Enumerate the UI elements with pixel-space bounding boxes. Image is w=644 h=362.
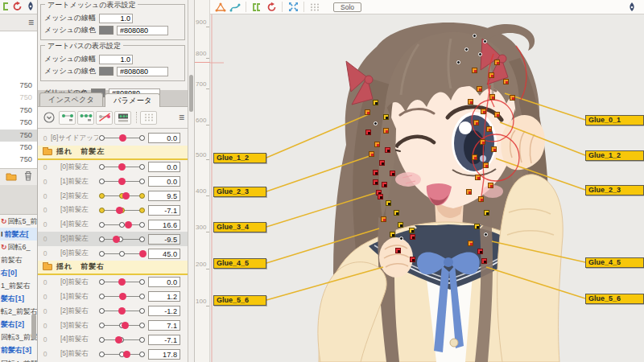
slider-knob[interactable] [118,163,126,171]
slider-keypoint[interactable] [99,323,105,328]
slider-keypoint[interactable] [139,222,145,228]
glue-point-orange[interactable] [466,189,472,195]
deformer-value-row[interactable]: 750 [0,154,37,166]
parameter-value[interactable]: 9.5 [148,191,180,201]
tree-item[interactable]: 1_前髪右 [0,279,37,292]
parameter-row[interactable]: 0[1]前髪左0.0 [38,175,188,189]
glue-point-orange[interactable] [468,99,473,105]
glue-point-yellow[interactable] [373,100,378,105]
glue-label[interactable]: Glue_2_3 [585,185,644,195]
slider-keypoint[interactable] [139,208,145,213]
slider-knob[interactable] [122,192,130,200]
tree-item[interactable]: 回転4_前髪 [0,357,37,362]
tab-inspector[interactable]: インスペクタ [39,93,103,106]
slider-keypoint[interactable] [99,135,105,141]
deformer-value-row[interactable]: 750 [0,130,37,142]
glue-pen-tool-icon[interactable] [26,0,35,14]
parameter-slider[interactable] [98,233,145,245]
bracket-deformer-icon[interactable] [250,1,264,13]
deformer-value-row[interactable]: 750 [0,80,37,92]
slider-keypoint[interactable] [99,164,105,170]
parameter-slider[interactable] [98,133,145,144]
glue-point-orange[interactable] [381,216,386,222]
parameter-value[interactable]: -7.1 [148,335,180,345]
glue-label[interactable]: Glue_5_6 [585,294,644,304]
slider-keypoint[interactable] [119,251,125,257]
glue-point-yellow[interactable] [484,210,489,216]
glue-label[interactable]: Glue_5_6 [213,295,266,306]
glue-point-red[interactable] [477,249,483,254]
slider-keypoint[interactable] [99,352,105,357]
bracket-tool-icon[interactable] [1,0,9,14]
glue-label[interactable]: Glue_2_3 [213,187,266,197]
trash-icon[interactable] [23,170,33,184]
slider-knob[interactable] [139,250,147,257]
key-delete-icon[interactable] [96,111,113,125]
glue-point-orange[interactable] [472,68,477,73]
artmesh-tool-icon[interactable] [213,1,228,13]
key-2point-icon[interactable] [59,111,76,125]
parameter-value[interactable]: 0.0 [148,277,180,287]
glue-point-orange[interactable] [480,139,485,145]
glue-pen-icon[interactable] [625,1,639,13]
deformer-value-row[interactable]: 750 [0,142,37,154]
slider-keypoint[interactable] [99,308,105,314]
glue-point-orange[interactable] [494,60,500,65]
deformer-value-row[interactable]: 750 [0,117,37,129]
rotate-deformer-tool-icon[interactable] [12,0,23,14]
slider-knob[interactable] [118,178,126,185]
glue-point-red[interactable] [385,147,390,153]
path-line-color-swatch[interactable] [99,67,114,76]
mesh-vertex[interactable] [374,121,378,125]
slider-keypoint[interactable] [139,193,145,199]
parameter-row[interactable]: 0[5]前髪右17.8 [38,347,188,361]
parameter-slider[interactable] [98,248,145,259]
deformer-value-row[interactable]: 750 [0,92,37,104]
slider-keypoint[interactable] [99,251,105,257]
slider-keypoint[interactable] [139,294,145,299]
glue-point-orange[interactable] [473,120,479,125]
glue-point-yellow[interactable] [474,224,480,229]
glue-point-red[interactable] [382,182,387,187]
mesh-line-color-input[interactable] [117,26,168,35]
glue-label[interactable]: Glue_1_2 [213,153,266,163]
slider-keypoint[interactable] [139,337,145,343]
parameter-value[interactable]: -7.1 [148,205,180,216]
artpath-tool-icon[interactable] [228,1,242,13]
parameter-row[interactable]: 0[5]前髪左-9.5 [38,232,188,246]
glue-point-red[interactable] [373,179,378,185]
path-line-color-input[interactable] [117,67,168,76]
glue-point-yellow[interactable] [383,114,389,120]
mesh-line-color-swatch[interactable] [99,26,114,35]
slider-keypoint[interactable] [99,237,105,242]
parameter-value[interactable]: 1.2 [148,291,180,302]
parameter-group-header[interactable]: 揺れ 前髪右 [38,261,188,275]
glue-label[interactable]: Glue_0_1 [585,115,644,125]
parameter-row[interactable]: 0[4]前髪左16.6 [38,217,188,232]
mesh-line-width-input[interactable] [99,14,133,23]
tree-item[interactable]: I前髪左[ [0,228,37,241]
parameter-group-header[interactable]: 揺れ 前髪左 [38,146,188,160]
glue-point-orange[interactable] [489,94,495,100]
deformer-value-row[interactable]: 750 [0,105,37,117]
mesh-vertex[interactable] [473,34,477,38]
grid-dots-icon[interactable] [140,111,157,125]
parameter-value[interactable]: 0.0 [148,162,180,172]
slider-keypoint[interactable] [99,337,105,343]
slider-knob[interactable] [119,293,126,300]
tree-item[interactable]: 右[0] [0,266,37,279]
glue-point-red[interactable] [395,248,401,253]
parameter-value[interactable]: 0.0 [148,133,180,143]
glue-point-orange[interactable] [483,162,489,168]
slider-keypoint[interactable] [139,164,145,170]
parameter-row[interactable]: 0[2]前髪左9.5 [38,189,188,204]
slider-knob[interactable] [119,134,126,142]
slider-keypoint[interactable] [139,308,145,314]
parameter-slider[interactable] [98,219,145,230]
mesh-vertex[interactable] [478,52,482,56]
tree-item[interactable]: ↻回転6_ [0,241,37,253]
slider-keypoint[interactable] [139,237,145,242]
tab-parameter[interactable]: パラメータ [105,93,160,107]
parameter-slider[interactable] [98,191,145,202]
tree-item[interactable]: ↻回転5_前 [0,215,37,228]
